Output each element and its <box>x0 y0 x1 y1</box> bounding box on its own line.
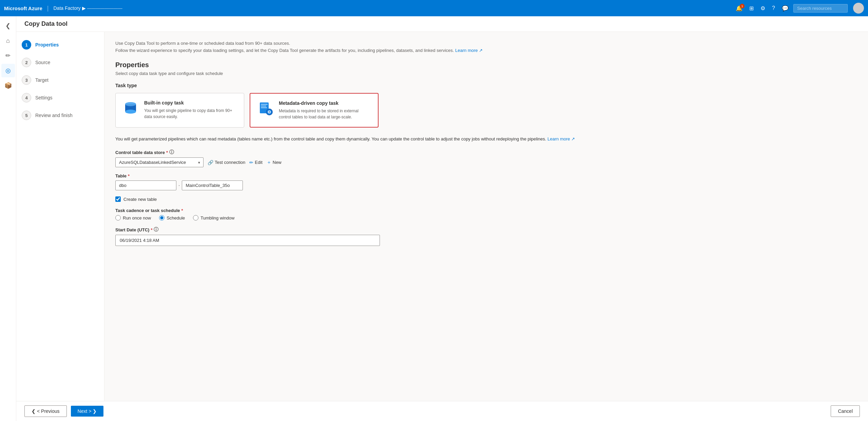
builtin-task-title: Built-in copy task <box>144 100 237 106</box>
previous-button[interactable]: ❮ < Previous <box>24 405 67 417</box>
create-new-table-label[interactable]: Create new table <box>123 197 157 202</box>
next-label: Next > <box>78 408 92 414</box>
control-table-select[interactable]: AzureSQLDatabaseLinkedService <box>115 157 204 167</box>
svg-rect-5 <box>261 104 268 105</box>
intro-line2: Follow the wizard experience to specify … <box>115 48 454 53</box>
table-field-group: Table * · <box>115 173 857 190</box>
radio-schedule[interactable]: Schedule <box>159 215 185 221</box>
wizard-step-3-circle: 3 <box>22 75 31 85</box>
radio-run-once[interactable]: Run once now <box>115 215 151 221</box>
help-button[interactable]: ? <box>770 4 777 13</box>
notifications-button[interactable]: 🔔 1 <box>734 4 745 13</box>
sidebar-icons: ❮ ⌂ ✏ ◎ 📦 <box>0 16 16 421</box>
radio-run-once-input[interactable] <box>115 215 121 221</box>
product-name: Data Factory <box>53 5 80 11</box>
svg-point-11 <box>269 111 270 113</box>
builtin-task-icon <box>122 100 139 116</box>
control-table-info-icon[interactable]: ⓘ <box>169 149 174 155</box>
global-search-input[interactable] <box>793 4 848 13</box>
wizard-step-4-label: Settings <box>35 95 53 100</box>
task-card-metadata[interactable]: Metadata-driven copy task Metadata is re… <box>250 93 379 128</box>
user-avatar[interactable] <box>853 3 864 14</box>
radio-tumbling-input[interactable] <box>193 215 198 221</box>
radio-tumbling[interactable]: Tumbling window <box>193 215 234 221</box>
parameterized-learn-more-link[interactable]: Learn more ↗ <box>547 136 575 141</box>
start-date-required: * <box>151 227 152 232</box>
feedback-button[interactable]: 💬 <box>780 4 791 13</box>
next-button[interactable]: Next > ❯ <box>71 406 104 417</box>
new-label: New <box>273 160 282 165</box>
wizard-step-4[interactable]: 4 Settings <box>22 93 99 102</box>
wizard-step-3[interactable]: 3 Target <box>22 75 99 85</box>
svg-rect-7 <box>261 107 267 108</box>
test-connection-icon: 🔗 <box>208 160 213 165</box>
wizard-step-1[interactable]: 1 Properties <box>22 40 99 50</box>
table-schema-input[interactable] <box>115 180 176 190</box>
intro-learn-more-link[interactable]: Learn more ↗ <box>455 48 483 53</box>
intro-text: Use Copy Data Tool to perform a one-time… <box>115 40 857 54</box>
wizard-step-1-circle: 1 <box>22 40 31 50</box>
breadcrumb-value: ———————— <box>87 6 122 11</box>
page-wrapper: Copy Data tool 1 Properties 2 Source <box>16 16 868 421</box>
table-separator: · <box>178 183 180 189</box>
create-new-table-checkbox[interactable] <box>115 196 121 202</box>
control-table-field-group: Control table data store * ⓘ AzureSQLDat… <box>115 149 857 167</box>
chevron-right-next-icon: ❯ <box>93 408 97 414</box>
sidebar-item-manage[interactable]: 📦 <box>1 79 15 92</box>
topbar: Microsoft Azure | Data Factory ▶ ———————… <box>0 0 868 16</box>
test-connection-link[interactable]: 🔗 Test connection <box>208 160 245 165</box>
table-name-input[interactable] <box>182 180 243 190</box>
content-area: 1 Properties 2 Source 3 Target <box>16 32 868 401</box>
brand-logo: Microsoft Azure <box>4 5 42 11</box>
wizard-step-2[interactable]: 2 Source <box>22 58 99 67</box>
metadata-task-content: Metadata-driven copy task Metadata is re… <box>279 100 371 120</box>
parameterized-desc: You will get parameterized pipelines whi… <box>115 136 546 141</box>
edit-icon: ✏ <box>249 160 253 165</box>
task-cadence-label: Task cadence or task schedule * <box>115 208 857 213</box>
topbar-actions: 🔔 1 ⊞ ⚙ ? 💬 <box>734 3 864 14</box>
settings-button[interactable]: ⚙ <box>758 4 767 13</box>
control-table-required: * <box>166 150 168 155</box>
task-type-label: Task type <box>115 83 857 88</box>
portal-menu-button[interactable]: ⊞ <box>747 4 756 13</box>
wizard-step-2-label: Source <box>35 60 50 65</box>
wizard-step-3-label: Target <box>35 77 49 83</box>
wizard-step-5[interactable]: 5 Review and finish <box>22 111 99 120</box>
task-card-builtin[interactable]: Built-in copy task You will get single p… <box>115 93 244 128</box>
breadcrumb-arrow: ▶ <box>82 5 86 11</box>
edit-link[interactable]: ✏ Edit <box>249 160 262 165</box>
plus-icon: ＋ <box>267 159 271 166</box>
task-type-row: Built-in copy task You will get single p… <box>115 93 857 128</box>
radio-schedule-input[interactable] <box>159 215 165 221</box>
control-table-select-wrapper: AzureSQLDatabaseLinkedService ▼ <box>115 157 204 167</box>
start-date-input[interactable] <box>115 235 380 246</box>
brand-separator: | <box>47 5 49 12</box>
start-date-info-icon[interactable]: ⓘ <box>154 227 158 233</box>
builtin-task-content: Built-in copy task You will get single p… <box>144 100 237 120</box>
radio-schedule-label: Schedule <box>167 215 185 221</box>
control-table-dropdown-row: AzureSQLDatabaseLinkedService ▼ 🔗 Test c… <box>115 157 857 167</box>
metadata-task-desc: Metadata is required to be stored in ext… <box>279 108 371 120</box>
svg-point-2 <box>125 110 136 114</box>
metadata-task-title: Metadata-driven copy task <box>279 100 371 106</box>
radio-tumbling-label: Tumbling window <box>200 215 234 221</box>
table-label: Table * <box>115 173 857 178</box>
sidebar-item-home[interactable]: ⌂ <box>1 34 15 47</box>
section-title: Properties <box>115 61 857 69</box>
product-title[interactable]: Data Factory ▶ ———————— <box>53 5 122 11</box>
sidebar-item-author[interactable]: ✏ <box>1 49 15 62</box>
form-area: Use Copy Data Tool to perform a one-time… <box>104 32 868 401</box>
start-date-field-group: Start Date (UTC) * ⓘ <box>115 227 857 246</box>
test-connection-label: Test connection <box>215 160 245 165</box>
edit-label: Edit <box>255 160 262 165</box>
page-title: Copy Data tool <box>24 20 67 27</box>
cancel-button[interactable]: Cancel <box>831 405 860 417</box>
microsoft-azure-label: Microsoft Azure <box>4 5 42 11</box>
sidebar-collapse-button[interactable]: ❮ <box>1 19 15 33</box>
bottom-bar: ❮ < Previous Next > ❯ Cancel <box>16 401 868 421</box>
sidebar-item-monitor[interactable]: ◎ <box>1 64 15 77</box>
chevron-left-prev-icon: ❮ <box>32 408 36 414</box>
main-layout: ❮ ⌂ ✏ ◎ 📦 Copy Data tool 1 Properties <box>0 16 868 421</box>
parameterized-text: You will get parameterized pipelines whi… <box>115 136 857 143</box>
new-link[interactable]: ＋ New <box>267 159 282 166</box>
